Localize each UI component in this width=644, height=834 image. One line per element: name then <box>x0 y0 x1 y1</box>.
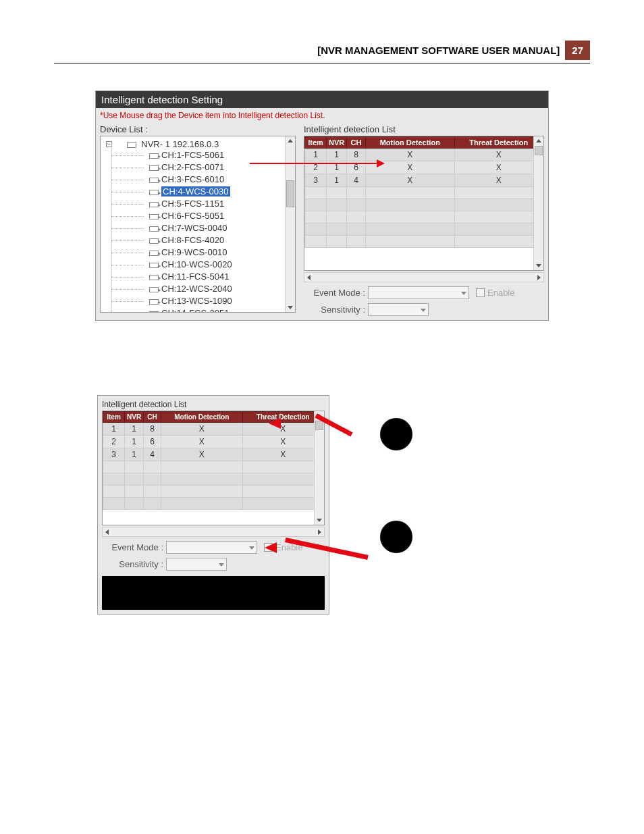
sensitivity-select[interactable] <box>368 303 429 316</box>
scrollbar-vertical[interactable] <box>533 136 543 270</box>
annotation-dot <box>380 418 412 450</box>
camera-icon <box>149 263 159 268</box>
camera-icon <box>149 311 159 313</box>
tree-item[interactable]: CH:3-FCS-6010 <box>102 174 294 186</box>
table-row[interactable] <box>103 486 324 498</box>
table-row[interactable]: 118XX <box>305 149 543 161</box>
annotation-arrowhead <box>265 542 277 553</box>
tree-item[interactable]: CH:14-FCS-3051 <box>102 307 294 313</box>
event-mode-label: Event Mode : <box>102 542 166 552</box>
table-row[interactable] <box>103 473 324 486</box>
table-row[interactable] <box>103 498 324 510</box>
tree-root-label: NVR- 1 192.168.0.3 <box>141 139 219 149</box>
camera-icon <box>149 202 159 207</box>
sensitivity-label: Sensitivity : <box>304 305 368 315</box>
table-row[interactable] <box>305 224 543 236</box>
page-header: [NVR MANAGEMENT SOFTWARE USER MANUAL] 27 <box>54 41 590 63</box>
preview-area <box>102 576 325 610</box>
camera-icon <box>149 153 159 159</box>
camera-icon <box>149 238 159 244</box>
table-row[interactable] <box>305 199 543 211</box>
sensitivity-select[interactable] <box>166 558 227 571</box>
camera-icon <box>149 287 159 292</box>
table-row[interactable] <box>103 461 324 473</box>
tree-root[interactable]: − NVR- 1 192.168.0.3 <box>102 139 294 149</box>
screenshot-detection-list-detail: Intelligent detection List Item NVR CH M… <box>97 395 329 615</box>
detection-table[interactable]: Item NVR CH Motion Detection Threat Dete… <box>304 136 544 271</box>
tree-item[interactable]: CH:8-FCS-4020 <box>102 234 294 246</box>
annotation-dot <box>380 521 412 553</box>
tree-item[interactable]: CH:11-FCS-5041 <box>102 271 294 283</box>
tree-item[interactable]: CH:1-FCS-5061 <box>102 149 294 161</box>
header-title: [NVR MANAGEMENT SOFTWARE USER MANUAL] <box>317 45 560 56</box>
camera-icon <box>149 178 159 183</box>
table-row[interactable]: 314XX <box>103 448 324 461</box>
sensitivity-label: Sensitivity : <box>102 559 166 569</box>
enable-label: Enable <box>487 288 514 298</box>
detection-list-label: Intelligent detection List <box>102 398 325 411</box>
tree-item-selected[interactable]: CH:4-WCS-0030 <box>102 186 294 198</box>
table-header-row: Item NVR CH Motion Detection Threat Dete… <box>305 137 543 149</box>
annotation-arrow-drag <box>250 163 378 164</box>
camera-icon <box>149 190 159 195</box>
device-list-label: Device List : <box>100 123 296 136</box>
drag-hint: *Use Mouse drag the Device item into Int… <box>96 108 548 123</box>
table-row[interactable] <box>305 187 543 199</box>
detection-table[interactable]: Item NVR CH Motion Detection Threat Dete… <box>102 411 325 525</box>
camera-icon <box>149 275 159 280</box>
tree-item[interactable]: CH:7-WCS-0040 <box>102 222 294 234</box>
tree-item[interactable]: CH:9-WCS-0010 <box>102 246 294 259</box>
event-mode-label: Event Mode : <box>304 288 368 298</box>
tree-item[interactable]: CH:5-FCS-1151 <box>102 198 294 210</box>
enable-checkbox[interactable] <box>476 288 485 297</box>
nvr-icon <box>127 142 136 148</box>
tree-item[interactable]: CH:6-FCS-5051 <box>102 210 294 222</box>
camera-icon <box>149 165 159 171</box>
table-row[interactable]: 314XX <box>305 174 543 187</box>
table-row[interactable] <box>305 211 543 224</box>
table-header-row: Item NVR CH Motion Detection Threat Dete… <box>103 412 324 423</box>
detection-list-label: Intelligent detection List <box>304 123 544 136</box>
camera-icon <box>149 226 159 232</box>
camera-icon <box>149 251 159 256</box>
tree-item[interactable]: CH:12-WCS-2040 <box>102 283 294 295</box>
event-mode-select[interactable] <box>368 286 469 299</box>
tree-item[interactable]: CH:10-WCS-0020 <box>102 259 294 271</box>
scrollbar-vertical[interactable] <box>314 411 324 525</box>
table-row[interactable]: 118XX <box>103 423 324 436</box>
event-mode-select[interactable] <box>166 541 257 554</box>
scrollbar-horizontal[interactable] <box>304 272 544 282</box>
annotation-arrowhead <box>269 418 281 429</box>
scrollbar-horizontal[interactable] <box>102 527 325 537</box>
camera-icon <box>149 299 159 305</box>
page-number: 27 <box>565 41 590 60</box>
screenshot-intelligent-detection-setting: Intelligent detection Setting *Use Mouse… <box>95 90 549 321</box>
table-row[interactable]: 216XX <box>103 436 324 448</box>
window-title: Intelligent detection Setting <box>96 91 548 108</box>
tree-item[interactable]: CH:13-WCS-1090 <box>102 295 294 307</box>
table-row[interactable] <box>305 236 543 248</box>
camera-icon <box>149 214 159 219</box>
